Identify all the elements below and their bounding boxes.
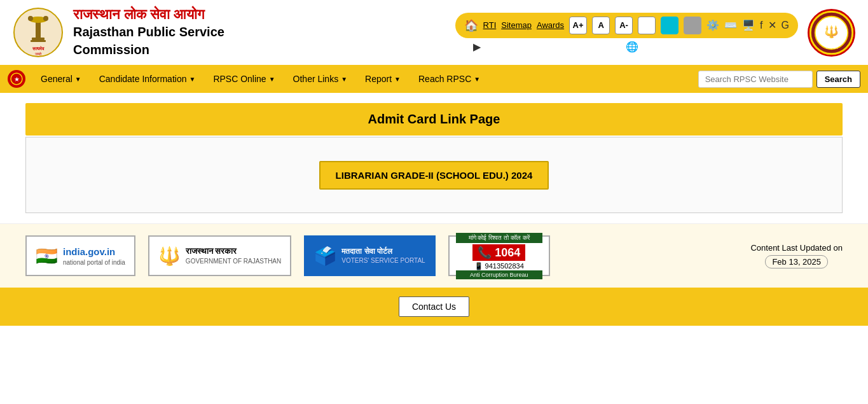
svg-text:सत्यमेव: सत्यमेव	[32, 46, 45, 51]
settings-icon[interactable]: ⚙️	[706, 19, 719, 31]
general-arrow-icon: ▼	[75, 76, 81, 83]
svg-text:जयते: जयते	[34, 52, 42, 56]
svg-text:★: ★	[14, 76, 20, 83]
header: सत्यमेव जयते राजस्थान लोक सेवा आयोग Raja…	[0, 0, 868, 65]
india-gov-text: india.gov.in national portal of india	[63, 245, 125, 267]
nav-other-links[interactable]: Other Links ▼	[286, 69, 355, 89]
font-small-btn[interactable]: A-	[615, 17, 633, 34]
voters-portal-text: मतदाता सेवा पोर्टल VOTERS' SERVICE PORTA…	[341, 246, 425, 266]
rajasthan-gov-logo[interactable]: 🔱 राजस्थान सरकार GOVERNMENT OF RAJASTHAN	[148, 235, 291, 276]
svg-text:🔱: 🔱	[824, 24, 839, 38]
eng-title: Rajasthan Public Service Commission	[73, 23, 446, 59]
google-icon[interactable]: G	[782, 20, 789, 31]
india-gov-logo[interactable]: 🇮🇳 india.gov.in national portal of india	[25, 235, 135, 276]
keyboard-icon[interactable]: ⌨️	[724, 19, 737, 31]
header-toolbar: 🏠 RTI Sitemap Awards A+ A A- ⚙️ ⌨️ 🖥️ f …	[455, 13, 798, 38]
other-links-arrow-icon: ▼	[341, 76, 347, 83]
nav-search-area: Search	[698, 71, 860, 88]
rajasthan-gov-text: राजस्थान सरकार GOVERNMENT OF RAJASTHAN	[186, 246, 281, 266]
search-button[interactable]: Search	[816, 71, 860, 88]
font-large-btn[interactable]: A+	[569, 17, 587, 34]
toll-free-header-text: मांगे कोई रिश्वत तो कॉल करें	[456, 233, 542, 243]
toll-label: 📞	[478, 246, 495, 259]
content-updated-label: Content Last Updated on	[750, 243, 843, 253]
voters-portal-logo[interactable]: 🗳️ मतदाता सेवा पोर्टल VOTERS' SERVICE PO…	[304, 235, 435, 276]
contact-us-button[interactable]: Contact Us	[399, 296, 469, 317]
hindi-title: राजस्थान लोक सेवा आयोग	[73, 6, 446, 23]
updated-date: Feb 13, 2025	[765, 255, 828, 268]
content-updated: Content Last Updated on Feb 13, 2025	[750, 243, 843, 268]
rajasthan-gov-emblem-icon: 🔱	[158, 246, 181, 267]
svg-point-5	[28, 16, 33, 21]
facebook-icon[interactable]: f	[760, 20, 762, 31]
font-medium-btn[interactable]: A	[592, 17, 610, 34]
reach-rpsc-arrow-icon: ▼	[474, 76, 480, 83]
sitemap-link[interactable]: Sitemap	[501, 20, 532, 30]
svg-text:राजस्थान: राजस्थान	[825, 45, 838, 49]
toolbar-wrapper: 🏠 RTI Sitemap Awards A+ A A- ⚙️ ⌨️ 🖥️ f …	[455, 13, 798, 53]
rajasthan-emblem: 🔱 राजस्थान	[808, 9, 855, 57]
bottom-bar: Contact Us	[0, 288, 868, 326]
svg-point-6	[43, 16, 48, 21]
navbar: ★ General ▼ Candidate Information ▼ RPSC…	[0, 65, 868, 93]
report-arrow-icon: ▼	[394, 76, 401, 83]
main-content: Admit Card Link Page LIBRARIAN GRADE-II …	[0, 93, 868, 223]
toll-free-number: 📞 1064	[472, 244, 525, 261]
nav-reach-rpsc[interactable]: Reach RPSC ▼	[411, 69, 488, 89]
anti-corruption-box[interactable]: मांगे कोई रिश्वत तो कॉल करें 📞 1064 📱 94…	[448, 235, 550, 276]
nav-report[interactable]: Report ▼	[357, 69, 408, 89]
navbar-logo: ★	[8, 70, 25, 88]
home-icon[interactable]: 🏠	[464, 18, 478, 32]
rti-link[interactable]: RTI	[483, 20, 497, 30]
header-text: राजस्थान लोक सेवा आयोग Rajasthan Public …	[73, 6, 446, 59]
color-scheme-white-btn[interactable]	[638, 17, 656, 34]
nav-general[interactable]: General ▼	[33, 69, 89, 89]
color-scheme-gray-btn[interactable]	[684, 17, 701, 34]
search-input[interactable]	[698, 71, 813, 88]
svg-rect-4	[31, 40, 46, 42]
phone-icon: 📱	[474, 262, 483, 270]
page-title-banner: Admit Card Link Page	[25, 103, 843, 136]
nav-candidate-info[interactable]: Candidate Information ▼	[92, 69, 203, 89]
svg-rect-3	[32, 38, 45, 40]
awards-link[interactable]: Awards	[537, 20, 564, 30]
india-gov-emblem-icon: 🇮🇳	[36, 246, 58, 267]
ashoka-pillar-emblem: सत्यमेव जयते	[13, 7, 64, 58]
twitter-x-icon[interactable]: ✕	[768, 19, 776, 31]
language-icon[interactable]: 🌐	[626, 41, 638, 53]
youtube-icon[interactable]: ▶	[473, 41, 481, 53]
toolbar-row2: ▶ 🌐	[455, 41, 798, 53]
toll-free-phone: 📱 9413502834	[456, 262, 542, 270]
rpsc-online-arrow-icon: ▼	[269, 76, 275, 83]
candidate-info-arrow-icon: ▼	[189, 76, 195, 83]
footer-logos: 🇮🇳 india.gov.in national portal of india…	[0, 223, 868, 288]
anti-corruption-bureau-label: Anti Corruption Bureau	[456, 270, 542, 279]
librarian-grade-button[interactable]: LIBRARIAN GRADE-II (SCHOOL EDU.) 2024	[319, 161, 549, 190]
card-area: LIBRARIAN GRADE-II (SCHOOL EDU.) 2024	[25, 137, 843, 213]
nav-rpsc-online[interactable]: RPSC Online ▼	[205, 69, 282, 89]
voters-portal-icon: 🗳️	[314, 246, 336, 267]
monitor-icon[interactable]: 🖥️	[742, 19, 755, 31]
color-scheme-cyan-btn[interactable]	[661, 17, 679, 34]
